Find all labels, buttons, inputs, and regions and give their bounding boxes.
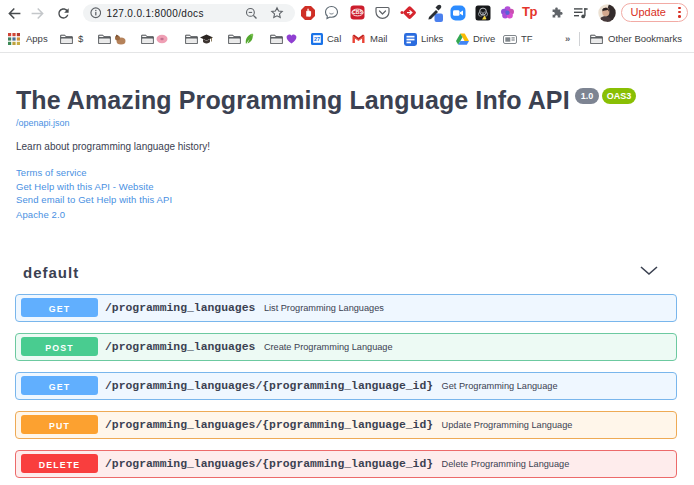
svg-text:CBS: CBS [352, 9, 363, 15]
svg-text:27: 27 [314, 36, 320, 42]
